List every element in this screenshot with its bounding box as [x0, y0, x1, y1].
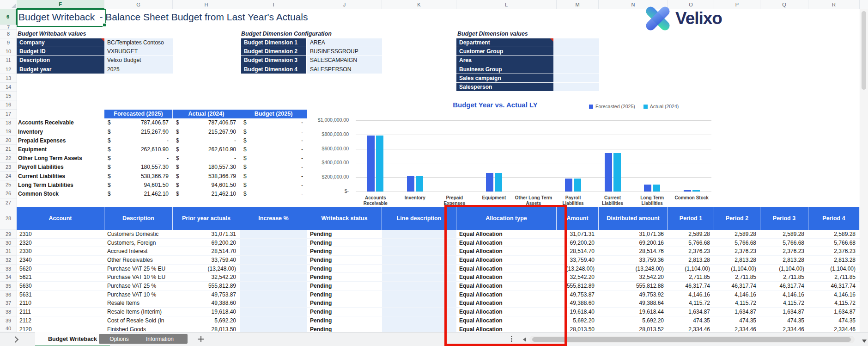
- table-cell[interactable]: 5,692.20: [557, 316, 599, 325]
- summary-value-cell[interactable]: $787,406.57: [104, 118, 173, 127]
- table-cell[interactable]: 2,813.28: [714, 256, 760, 265]
- table-cell[interactable]: 2,813.28: [668, 256, 714, 265]
- row-header-23[interactable]: 23: [0, 163, 17, 172]
- table-cell[interactable]: 474.35: [808, 316, 860, 325]
- table-cell[interactable]: 32,542.20: [173, 273, 240, 282]
- column-header-J[interactable]: J: [307, 0, 382, 9]
- table-cell[interactable]: Equal Allocation: [456, 316, 557, 325]
- table-cell[interactable]: 49,388.60: [557, 299, 599, 308]
- table-cell[interactable]: 49,753.92: [599, 290, 668, 299]
- table-cell[interactable]: 4,146.16: [668, 290, 714, 299]
- table-cell[interactable]: Equal Allocation: [456, 273, 557, 282]
- table-cell[interactable]: Pending: [307, 230, 382, 239]
- table-cell[interactable]: [382, 247, 456, 256]
- table-column-header[interactable]: Writeback status: [307, 207, 382, 230]
- row-header-10[interactable]: 10: [0, 47, 17, 56]
- table-cell[interactable]: 2,376.23: [714, 247, 760, 256]
- table-cell[interactable]: Customers Domestic: [104, 230, 173, 239]
- table-cell[interactable]: Equal Allocation: [456, 290, 557, 299]
- table-cell[interactable]: 5630: [17, 282, 104, 290]
- table-cell[interactable]: 474.35: [760, 316, 808, 325]
- table-cell[interactable]: 2310: [17, 230, 104, 239]
- table-cell[interactable]: 1,634.87: [714, 308, 760, 316]
- row-header-19[interactable]: 19: [0, 127, 17, 136]
- table-cell[interactable]: Cost of Resale Sold (In: [104, 316, 173, 325]
- table-cell[interactable]: Resale Items: [104, 299, 173, 308]
- table-cell[interactable]: 5,692.20: [599, 316, 668, 325]
- table-cell[interactable]: 2,711.85: [714, 273, 760, 282]
- table-cell[interactable]: 4,115.72: [668, 299, 714, 308]
- table-cell[interactable]: 4,115.72: [760, 299, 808, 308]
- table-cell[interactable]: 5,766.68: [714, 239, 760, 247]
- table-cell[interactable]: 4,146.16: [760, 290, 808, 299]
- table-cell[interactable]: (13,248.00): [173, 265, 240, 273]
- column-header-H[interactable]: H: [173, 0, 240, 9]
- table-cell[interactable]: 4,115.72: [808, 299, 860, 308]
- summary-value-cell[interactable]: $262,610.90: [173, 145, 240, 154]
- row-header-29[interactable]: 29: [0, 230, 17, 239]
- row-header-35[interactable]: 35: [0, 282, 17, 290]
- table-cell[interactable]: Pending: [307, 239, 382, 247]
- table-column-header[interactable]: Account: [17, 207, 104, 230]
- table-column-header[interactable]: Increase %: [240, 207, 307, 230]
- table-cell[interactable]: Pending: [307, 265, 382, 273]
- scrollbar-resize-handle-icon[interactable]: [511, 336, 513, 342]
- table-cell[interactable]: 2,711.85: [668, 273, 714, 282]
- table-column-header[interactable]: Allocation type: [456, 207, 557, 230]
- table-cell[interactable]: 69,200.16: [599, 239, 668, 247]
- table-cell[interactable]: Pending: [307, 273, 382, 282]
- table-cell[interactable]: 19,618.40: [173, 308, 240, 316]
- table-cell[interactable]: [382, 316, 456, 325]
- table-cell[interactable]: Equal Allocation: [456, 230, 557, 239]
- table-cell[interactable]: 2,589.28: [668, 230, 714, 239]
- column-header-L[interactable]: L: [456, 0, 557, 9]
- selection-fill-handle[interactable]: [103, 23, 106, 27]
- row-header-12[interactable]: 12: [0, 65, 17, 74]
- dimension-config-field-value[interactable]: SALESCAMPAIGN: [307, 56, 382, 64]
- dimension-config-field-value[interactable]: AREA: [307, 38, 382, 47]
- table-cell[interactable]: 2110: [17, 299, 104, 308]
- row-header-26[interactable]: 26: [0, 189, 17, 198]
- dimension-value-field-value[interactable]: [553, 83, 599, 91]
- scroll-left-arrow-icon[interactable]: [523, 337, 526, 342]
- row-header-31[interactable]: 31: [0, 247, 17, 256]
- table-cell[interactable]: 2111: [17, 308, 104, 316]
- table-cell[interactable]: Resale Items (Interim): [104, 308, 173, 316]
- table-cell[interactable]: 46,317.74: [760, 282, 808, 290]
- table-cell[interactable]: 19,618.44: [599, 308, 668, 316]
- active-cell-selection[interactable]: [17, 9, 106, 27]
- table-cell[interactable]: (1,104.00): [714, 265, 760, 273]
- row-header-32[interactable]: 32: [0, 256, 17, 265]
- table-column-header[interactable]: Amount: [557, 207, 599, 230]
- table-cell[interactable]: Equal Allocation: [456, 299, 557, 308]
- table-cell[interactable]: Pending: [307, 256, 382, 265]
- summary-value-cell[interactable]: $538,366.79: [104, 172, 173, 180]
- row-header-13[interactable]: 13: [0, 74, 17, 83]
- row-header-34[interactable]: 34: [0, 273, 17, 282]
- table-cell[interactable]: [240, 239, 307, 247]
- dimension-value-field-value[interactable]: [553, 65, 599, 74]
- row-header-18[interactable]: 18: [0, 118, 17, 127]
- writeback-field-value[interactable]: 2025: [104, 65, 173, 74]
- select-all-corner[interactable]: [0, 0, 17, 9]
- table-cell[interactable]: 2,589.28: [714, 230, 760, 239]
- table-cell[interactable]: [240, 256, 307, 265]
- table-cell[interactable]: 31,071.31: [173, 230, 240, 239]
- table-cell[interactable]: 4,146.16: [714, 290, 760, 299]
- table-cell[interactable]: Purchase VAT 25 %: [104, 282, 173, 290]
- writeback-field-value[interactable]: Velixo Budget: [104, 56, 173, 64]
- table-column-header[interactable]: Period 1: [668, 207, 714, 230]
- table-cell[interactable]: Purchase VAT 10 % EU: [104, 273, 173, 282]
- table-cell[interactable]: 49,388.60: [173, 299, 240, 308]
- table-cell[interactable]: 2340: [17, 256, 104, 265]
- vertical-scrollbar-thumb[interactable]: [862, 11, 866, 90]
- table-column-header[interactable]: Description: [104, 207, 173, 230]
- table-cell[interactable]: 33,759.40: [557, 256, 599, 265]
- summary-value-cell[interactable]: $-: [173, 136, 240, 145]
- table-cell[interactable]: 2,589.28: [760, 230, 808, 239]
- column-header-G[interactable]: G: [104, 0, 173, 9]
- table-cell[interactable]: (1,104.00): [760, 265, 808, 273]
- summary-value-cell[interactable]: $180,557.30: [173, 163, 240, 172]
- table-cell[interactable]: 31,071.36: [599, 230, 668, 239]
- summary-value-cell[interactable]: $94,601.50: [104, 180, 173, 189]
